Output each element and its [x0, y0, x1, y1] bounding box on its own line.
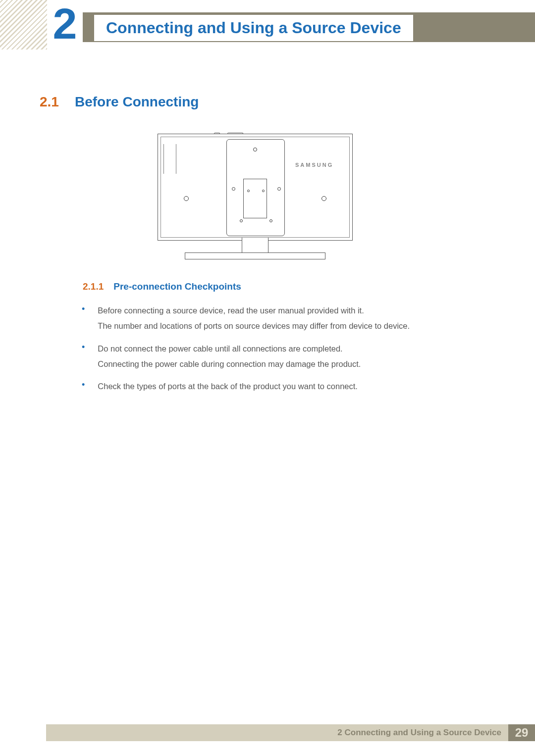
mounting-hole-icon	[184, 196, 189, 201]
screw-icon	[262, 190, 265, 192]
stand-neck	[242, 238, 268, 254]
subsection-heading: 2.1.1 Pre-connection Checkpoints	[83, 281, 241, 292]
monitor-back-panel: SAMSUNG	[158, 134, 353, 241]
bullet-icon: •	[82, 378, 85, 393]
list-item: • Before connecting a source device, rea…	[82, 303, 495, 334]
section-heading: 2.1 Before Connecting	[40, 94, 199, 110]
list-item: • Check the types of ports at the back o…	[82, 379, 495, 394]
screw-icon	[269, 219, 272, 222]
chapter-badge: 2	[47, 0, 83, 47]
subsection-title: Pre-connection Checkpoints	[113, 281, 241, 292]
list-item-text: Do not connect the power cable until all…	[98, 341, 495, 356]
list-item-text: Check the types of ports at the back of …	[98, 379, 495, 394]
screw-icon	[240, 219, 243, 222]
list-item: • Do not connect the power cable until a…	[82, 341, 495, 372]
bullet-icon: •	[82, 340, 85, 371]
section-number: 2.1	[40, 94, 59, 110]
page-number: 29	[508, 724, 535, 741]
list-item-text: Connecting the power cable during connec…	[98, 356, 495, 372]
screw-icon	[277, 187, 281, 191]
chapter-number: 2	[53, 2, 77, 46]
subsection-number: 2.1.1	[83, 281, 104, 292]
stand-column	[243, 179, 267, 218]
list-item-text: The number and locations of ports on sou…	[98, 318, 495, 334]
section-title: Before Connecting	[75, 94, 199, 110]
screw-icon	[232, 187, 235, 191]
footer-bar: 2 Connecting and Using a Source Device 2…	[46, 724, 535, 741]
screw-icon	[247, 190, 250, 192]
brand-label: SAMSUNG	[295, 162, 333, 168]
monitor-illustration: SAMSUNG	[158, 134, 353, 266]
list-item-text: Before connecting a source device, read …	[98, 303, 495, 318]
footer-text: 2 Connecting and Using a Source Device	[337, 728, 501, 738]
stand-base	[185, 252, 325, 259]
chapter-title: Connecting and Using a Source Device	[94, 15, 413, 41]
hatching-decoration	[0, 0, 47, 50]
mounting-hole-icon	[321, 196, 326, 201]
checkpoint-list: • Before connecting a source device, rea…	[82, 303, 495, 402]
bullet-icon: •	[82, 302, 85, 333]
vesa-hole-icon	[253, 148, 257, 151]
